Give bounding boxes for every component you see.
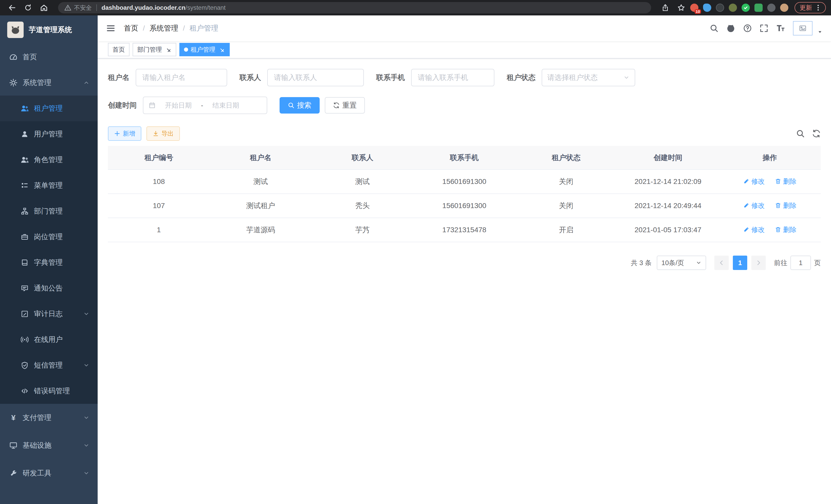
- browser-back-icon[interactable]: [5, 2, 19, 14]
- sidebar-item-notice[interactable]: 通知公告: [0, 275, 98, 301]
- close-icon[interactable]: [218, 46, 225, 53]
- extension-puzzle-icon[interactable]: [767, 4, 775, 12]
- col-ops: 操作: [719, 146, 821, 170]
- extension-drop-icon[interactable]: [703, 4, 711, 12]
- sidebar-item-infra[interactable]: 基础设施: [0, 432, 98, 459]
- edit-link[interactable]: 修改: [743, 225, 765, 234]
- goto-page-input[interactable]: [791, 256, 811, 270]
- sidebar-logo: 芋道管理系统: [0, 16, 98, 44]
- app-title: 芋道管理系统: [29, 25, 72, 35]
- browser-home-icon[interactable]: [37, 2, 51, 14]
- extension-check-icon[interactable]: [742, 4, 750, 12]
- bookmark-star-icon[interactable]: [674, 2, 688, 14]
- edit-link[interactable]: 修改: [743, 201, 765, 210]
- shield-icon: [21, 361, 29, 369]
- delete-link[interactable]: 删除: [775, 201, 797, 210]
- sidebar-item-payment[interactable]: ¥ 支付管理: [0, 404, 98, 432]
- github-icon[interactable]: [726, 24, 736, 33]
- breadcrumb-home[interactable]: 首页: [124, 23, 138, 33]
- chevron-down-icon: [696, 260, 701, 266]
- delete-label: 删除: [783, 225, 797, 234]
- phone-input[interactable]: [411, 69, 494, 86]
- sidebar-item-label: 角色管理: [34, 155, 63, 165]
- security-warning-label: 不安全: [74, 4, 92, 12]
- status-select[interactable]: 请选择租户状态: [542, 69, 635, 86]
- roles-icon: [21, 156, 29, 164]
- toggle-search-icon[interactable]: [796, 129, 805, 138]
- tab-dept[interactable]: 部门管理: [133, 43, 176, 56]
- sidebar-item-devtools[interactable]: 研发工具: [0, 459, 98, 487]
- log-icon: [21, 310, 29, 318]
- prev-page-button[interactable]: [714, 256, 729, 270]
- security-warning[interactable]: 不安全: [64, 4, 92, 12]
- edit-icon: [743, 202, 749, 209]
- sidebar-toggle-icon[interactable]: [106, 23, 116, 33]
- delete-label: 删除: [783, 201, 797, 210]
- tab-home[interactable]: 首页: [108, 43, 130, 56]
- breadcrumb-current: 租户管理: [190, 23, 219, 33]
- help-icon[interactable]: [743, 24, 752, 33]
- tab-tenant[interactable]: 租户管理: [179, 43, 230, 56]
- share-icon[interactable]: [658, 2, 672, 14]
- menu-list-icon: [21, 181, 29, 189]
- sidebar-item-error-code[interactable]: 错误码管理: [0, 378, 98, 404]
- extension-red-icon[interactable]: 10: [690, 4, 698, 12]
- chevron-up-icon: [83, 80, 89, 86]
- sidebar-item-user[interactable]: 用户管理: [0, 121, 98, 147]
- reset-button[interactable]: 重置: [325, 97, 365, 114]
- extension-olive-icon[interactable]: [729, 4, 737, 12]
- extension-dark-icon[interactable]: [716, 4, 724, 12]
- close-icon[interactable]: [165, 46, 172, 53]
- extension-green-square-icon[interactable]: [754, 4, 763, 12]
- book-icon: [21, 259, 29, 267]
- start-date-input[interactable]: [158, 101, 199, 110]
- delete-link[interactable]: 删除: [775, 225, 797, 234]
- chevron-down-icon: [83, 415, 89, 421]
- browser-menu-dots-icon[interactable]: [814, 4, 822, 11]
- chrome-update-button[interactable]: 更新: [795, 2, 826, 13]
- extension-avatar-icon[interactable]: [780, 4, 789, 12]
- search-button[interactable]: 搜索: [280, 97, 320, 114]
- delete-link[interactable]: 删除: [775, 177, 797, 186]
- refresh-icon[interactable]: [812, 129, 821, 138]
- user-menu-caret-icon[interactable]: [817, 29, 823, 35]
- sidebar-item-system[interactable]: 系统管理: [0, 70, 98, 95]
- search-icon[interactable]: [710, 24, 718, 33]
- contact-input[interactable]: [267, 69, 364, 86]
- sidebar-item-online-user[interactable]: 在线用户: [0, 327, 98, 352]
- edit-link[interactable]: 修改: [743, 177, 765, 186]
- browser-reload-icon[interactable]: [21, 2, 35, 14]
- font-size-icon[interactable]: [776, 24, 785, 33]
- sidebar-item-label: 支付管理: [23, 413, 51, 422]
- sidebar-item-sms[interactable]: 短信管理: [0, 352, 98, 378]
- sidebar-item-post[interactable]: 岗位管理: [0, 224, 98, 250]
- fullscreen-icon[interactable]: [760, 24, 768, 33]
- cell-created: 2021-12-14 21:02:09: [617, 170, 719, 194]
- date-range-picker[interactable]: -: [143, 97, 267, 114]
- sidebar-item-dept[interactable]: 部门管理: [0, 198, 98, 224]
- page-number-button[interactable]: 1: [733, 256, 747, 270]
- date-separator: -: [201, 101, 203, 110]
- sidebar-item-home[interactable]: 首页: [0, 44, 98, 70]
- sidebar-item-label: 在线用户: [34, 335, 63, 345]
- add-button[interactable]: 新增: [108, 126, 141, 141]
- export-button[interactable]: 导出: [146, 126, 180, 141]
- sidebar-item-dict[interactable]: 字典管理: [0, 250, 98, 275]
- page-content: 租户名 联系人 联系手机 租户状态 请选择租户状态: [98, 59, 831, 504]
- org-tree-icon: [21, 207, 29, 215]
- avatar[interactable]: [793, 21, 812, 35]
- goto-unit-label: 页: [814, 259, 821, 267]
- page-size-select[interactable]: 10条/页: [657, 256, 706, 270]
- sidebar-item-tenant[interactable]: 租户管理: [0, 95, 98, 121]
- sidebar-item-label: 部门管理: [34, 206, 63, 216]
- filter-row-2: 创建时间 - 搜索 重置: [108, 97, 821, 114]
- sidebar-item-role[interactable]: 角色管理: [0, 147, 98, 173]
- end-date-input[interactable]: [205, 101, 247, 110]
- next-page-button[interactable]: [751, 256, 766, 270]
- address-bar[interactable]: 不安全 dashboard.yudao.iocoder.cn /system/t…: [58, 2, 651, 13]
- breadcrumb-system[interactable]: 系统管理: [149, 23, 178, 33]
- sidebar-item-audit-log[interactable]: 审计日志: [0, 301, 98, 327]
- tenant-name-input[interactable]: [136, 69, 227, 86]
- filter-status: 租户状态 请选择租户状态: [507, 69, 635, 86]
- sidebar-item-menu[interactable]: 菜单管理: [0, 173, 98, 198]
